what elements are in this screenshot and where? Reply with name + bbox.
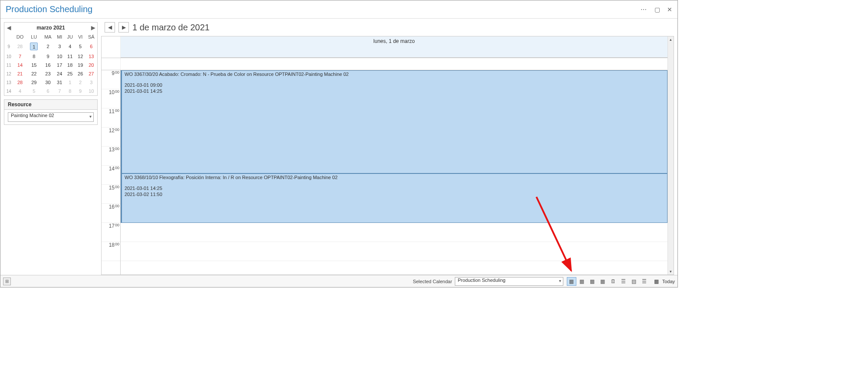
calendar-day-cell[interactable]: 10: [85, 87, 97, 95]
grid-icon: ▦: [600, 278, 605, 284]
content-body: ◀ marzo 2021 ▶ DO LU MA MI JU VI: [0, 19, 677, 275]
calendar-day-cell[interactable]: 8: [27, 52, 42, 61]
calendar-day-cell[interactable]: 3: [85, 78, 97, 87]
scroll-up-icon[interactable]: ▴: [668, 36, 674, 42]
month-view-button[interactable]: 🗓: [608, 277, 618, 286]
appointment-times: 2021-03-01 09:002021-03-01 14:25: [125, 82, 664, 94]
calendar-day-cell[interactable]: 28: [13, 41, 27, 52]
next-day-button[interactable]: ▶: [118, 22, 129, 33]
all-day-row[interactable]: [102, 58, 674, 70]
calendar-day-cell[interactable]: 21: [13, 69, 27, 78]
gantt-view-button[interactable]: ▤: [629, 277, 639, 286]
time-slot[interactable]: [121, 223, 667, 242]
scheduler-grid: lunes, 1 de marzo 9001000110012001300140…: [101, 36, 674, 275]
mini-calendar: ◀ marzo 2021 ▶ DO LU MA MI JU VI: [4, 22, 98, 96]
toggle-sidebar-button[interactable]: ⊞: [3, 278, 11, 285]
more-icon[interactable]: ⋯: [641, 6, 648, 13]
calendar-day-cell[interactable]: 28: [13, 78, 27, 87]
scheduler-area: ◀ ▶ 1 de marzo de 2021 lunes, 1 de marzo…: [101, 19, 677, 275]
calendar-day-cell[interactable]: 3: [55, 41, 65, 52]
calendar-day-cell[interactable]: 16: [41, 61, 55, 69]
calendar-day-cell[interactable]: 5: [76, 41, 85, 52]
calendar-day-cell[interactable]: 7: [55, 87, 65, 95]
calendar-day-cell[interactable]: 6: [41, 87, 55, 95]
calendar-day-cell[interactable]: 2: [76, 78, 85, 87]
time-label: 1200: [102, 127, 120, 147]
calendar-day-cell[interactable]: 30: [41, 78, 55, 87]
appointment[interactable]: WO 3368/10/10 Flexografía: Posición Inte…: [121, 173, 667, 223]
time-label: 1100: [102, 108, 120, 127]
time-label: 1000: [102, 89, 120, 108]
time-slot[interactable]: [121, 242, 667, 261]
appointment-times: 2021-03-01 14:252021-03-02 11:50: [125, 185, 664, 197]
calendar-day-cell[interactable]: 8: [65, 87, 76, 95]
calendar-day-cell[interactable]: 25: [65, 69, 76, 78]
grid-icon: ▦: [590, 278, 595, 284]
calendar-day-cell[interactable]: 27: [85, 69, 97, 78]
calendar-day-cell[interactable]: 20: [85, 61, 97, 69]
calendar-day-cell[interactable]: 22: [27, 69, 42, 78]
work-week-view-button[interactable]: ▦: [577, 277, 587, 286]
resource-panel-title: Resource: [4, 100, 97, 110]
chevron-down-icon: ▾: [559, 278, 561, 283]
time-grid[interactable]: 900100011001200130014001500160017001800 …: [102, 70, 674, 274]
footer-toolbar: ⊞ Selected Calendar Production Schedulin…: [0, 275, 677, 287]
calendar-day-cell[interactable]: 6: [85, 41, 97, 52]
time-label: 1300: [102, 147, 120, 166]
maximize-icon[interactable]: ▢: [654, 6, 660, 13]
calendar-day-cell[interactable]: 9: [41, 52, 55, 61]
scheduler-header: ◀ ▶ 1 de marzo de 2021: [101, 22, 674, 36]
today-button[interactable]: ▦: [652, 277, 661, 286]
time-label: 1700: [102, 223, 120, 242]
calendar-day-cell[interactable]: 1: [65, 78, 76, 87]
calendar-day-cell[interactable]: 17: [55, 61, 65, 69]
day-header-row: lunes, 1 de marzo: [102, 36, 674, 58]
day-header: DO: [13, 33, 27, 41]
next-month-button[interactable]: ▶: [89, 23, 97, 33]
calendar-icon: 🗓: [611, 278, 616, 284]
resource-dropdown[interactable]: Painting Machine 02 ▾: [8, 112, 94, 122]
week-number: 13: [4, 78, 13, 87]
list-icon: ☰: [642, 278, 647, 284]
selected-calendar-dropdown[interactable]: Production Scheduling ▾: [455, 277, 563, 286]
calendar-day-cell[interactable]: 4: [13, 87, 27, 95]
time-label: 1600: [102, 204, 120, 223]
day-header: LU: [27, 33, 42, 41]
close-icon[interactable]: ✕: [667, 6, 672, 13]
calendar-day-cell[interactable]: 13: [85, 52, 97, 61]
calendar-day-cell[interactable]: 10: [55, 52, 65, 61]
chevron-down-icon: ▾: [89, 114, 92, 119]
event-column[interactable]: WO 3367/30/20 Acabado: Cromado: N - Prue…: [121, 70, 667, 274]
timeline-view-button[interactable]: ☰: [619, 277, 628, 286]
vertical-scrollbar[interactable]: ▴ ▾: [667, 36, 674, 274]
calendar-day-cell[interactable]: 2: [41, 41, 55, 52]
calendar-day-cell[interactable]: 4: [65, 41, 76, 52]
calendar-day-cell[interactable]: 15: [27, 61, 42, 69]
calendar-day-cell[interactable]: 29: [27, 78, 42, 87]
calendar-day-cell[interactable]: 31: [55, 78, 65, 87]
calendar-day-cell[interactable]: 1: [27, 41, 42, 52]
calendar-day-cell[interactable]: 11: [65, 52, 76, 61]
day-view-button[interactable]: ▦: [567, 277, 576, 286]
prev-month-button[interactable]: ◀: [4, 23, 13, 33]
prev-day-button[interactable]: ◀: [105, 22, 115, 33]
week-number: 11: [4, 61, 13, 69]
agenda-view-button[interactable]: ☰: [640, 277, 649, 286]
day-header: VI: [76, 33, 85, 41]
calendar-day-cell[interactable]: 14: [13, 61, 27, 69]
calendar-day-cell[interactable]: 9: [76, 87, 85, 95]
calendar-day-cell[interactable]: 12: [76, 52, 85, 61]
week-number: 9: [4, 41, 13, 52]
calendar-day-cell[interactable]: 26: [76, 69, 85, 78]
calendar-day-cell[interactable]: 18: [65, 61, 76, 69]
scroll-down-icon[interactable]: ▾: [668, 268, 674, 274]
mini-calendar-header: ◀ marzo 2021 ▶: [4, 23, 97, 33]
calendar-day-cell[interactable]: 5: [27, 87, 42, 95]
week-view-button[interactable]: ▦: [588, 277, 597, 286]
calendar-day-cell[interactable]: 23: [41, 69, 55, 78]
calendar-day-cell[interactable]: 19: [76, 61, 85, 69]
calendar-day-cell[interactable]: 7: [13, 52, 27, 61]
calendar-day-cell[interactable]: 24: [55, 69, 65, 78]
appointment[interactable]: WO 3367/30/20 Acabado: Cromado: N - Prue…: [121, 70, 667, 173]
full-week-view-button[interactable]: ▦: [598, 277, 608, 286]
